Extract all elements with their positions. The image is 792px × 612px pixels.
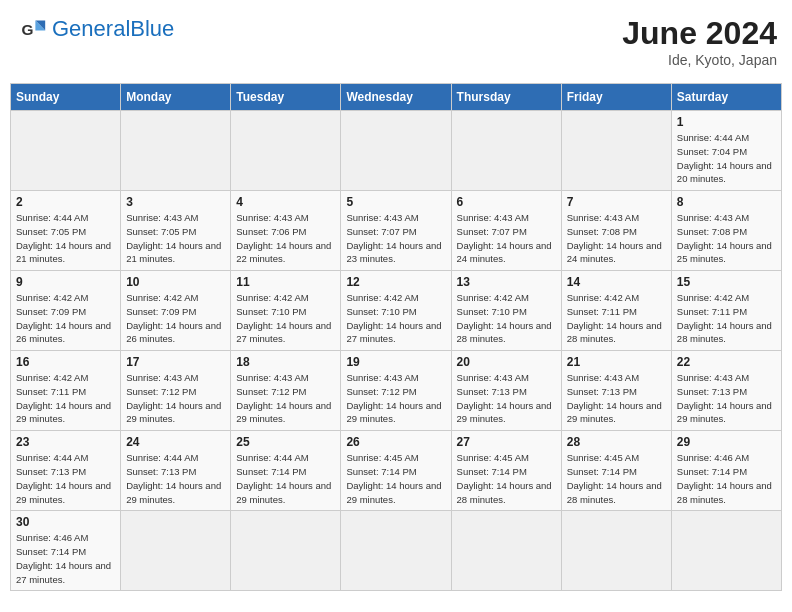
day-info: Sunrise: 4:44 AM Sunset: 7:13 PM Dayligh… (16, 451, 115, 506)
calendar-cell (451, 111, 561, 191)
svg-text:G: G (21, 21, 33, 38)
day-number: 13 (457, 275, 556, 289)
calendar-cell: 3Sunrise: 4:43 AM Sunset: 7:05 PM Daylig… (121, 191, 231, 271)
calendar-cell (341, 111, 451, 191)
calendar-cell (11, 111, 121, 191)
calendar-cell (231, 511, 341, 591)
logo-general: General (52, 16, 130, 41)
day-info: Sunrise: 4:42 AM Sunset: 7:10 PM Dayligh… (236, 291, 335, 346)
day-info: Sunrise: 4:43 AM Sunset: 7:08 PM Dayligh… (677, 211, 776, 266)
calendar-cell: 28Sunrise: 4:45 AM Sunset: 7:14 PM Dayli… (561, 431, 671, 511)
calendar-cell: 5Sunrise: 4:43 AM Sunset: 7:07 PM Daylig… (341, 191, 451, 271)
day-number: 2 (16, 195, 115, 209)
calendar-table: SundayMondayTuesdayWednesdayThursdayFrid… (10, 83, 782, 591)
day-info: Sunrise: 4:42 AM Sunset: 7:09 PM Dayligh… (16, 291, 115, 346)
day-info: Sunrise: 4:45 AM Sunset: 7:14 PM Dayligh… (346, 451, 445, 506)
col-header-tuesday: Tuesday (231, 84, 341, 111)
calendar-cell: 25Sunrise: 4:44 AM Sunset: 7:14 PM Dayli… (231, 431, 341, 511)
day-number: 14 (567, 275, 666, 289)
logo-icon: G (20, 15, 48, 43)
title-block: June 2024 Ide, Kyoto, Japan (622, 15, 777, 68)
calendar-cell: 27Sunrise: 4:45 AM Sunset: 7:14 PM Dayli… (451, 431, 561, 511)
day-info: Sunrise: 4:43 AM Sunset: 7:13 PM Dayligh… (457, 371, 556, 426)
calendar-cell: 8Sunrise: 4:43 AM Sunset: 7:08 PM Daylig… (671, 191, 781, 271)
location: Ide, Kyoto, Japan (622, 52, 777, 68)
day-number: 27 (457, 435, 556, 449)
day-number: 11 (236, 275, 335, 289)
calendar-cell: 18Sunrise: 4:43 AM Sunset: 7:12 PM Dayli… (231, 351, 341, 431)
day-info: Sunrise: 4:42 AM Sunset: 7:10 PM Dayligh… (457, 291, 556, 346)
day-number: 15 (677, 275, 776, 289)
calendar-cell: 9Sunrise: 4:42 AM Sunset: 7:09 PM Daylig… (11, 271, 121, 351)
day-info: Sunrise: 4:44 AM Sunset: 7:04 PM Dayligh… (677, 131, 776, 186)
day-info: Sunrise: 4:42 AM Sunset: 7:09 PM Dayligh… (126, 291, 225, 346)
calendar-cell (341, 511, 451, 591)
col-header-saturday: Saturday (671, 84, 781, 111)
calendar-cell: 17Sunrise: 4:43 AM Sunset: 7:12 PM Dayli… (121, 351, 231, 431)
day-info: Sunrise: 4:43 AM Sunset: 7:12 PM Dayligh… (236, 371, 335, 426)
day-info: Sunrise: 4:43 AM Sunset: 7:13 PM Dayligh… (567, 371, 666, 426)
day-number: 28 (567, 435, 666, 449)
calendar-cell: 24Sunrise: 4:44 AM Sunset: 7:13 PM Dayli… (121, 431, 231, 511)
day-number: 22 (677, 355, 776, 369)
day-number: 23 (16, 435, 115, 449)
day-number: 4 (236, 195, 335, 209)
day-number: 6 (457, 195, 556, 209)
day-number: 25 (236, 435, 335, 449)
logo-text: GeneralBlue (52, 18, 174, 40)
calendar-cell (121, 511, 231, 591)
day-info: Sunrise: 4:43 AM Sunset: 7:07 PM Dayligh… (346, 211, 445, 266)
calendar-cell: 1Sunrise: 4:44 AM Sunset: 7:04 PM Daylig… (671, 111, 781, 191)
day-info: Sunrise: 4:43 AM Sunset: 7:06 PM Dayligh… (236, 211, 335, 266)
calendar-cell: 7Sunrise: 4:43 AM Sunset: 7:08 PM Daylig… (561, 191, 671, 271)
col-header-friday: Friday (561, 84, 671, 111)
calendar-cell: 2Sunrise: 4:44 AM Sunset: 7:05 PM Daylig… (11, 191, 121, 271)
calendar-cell: 21Sunrise: 4:43 AM Sunset: 7:13 PM Dayli… (561, 351, 671, 431)
day-info: Sunrise: 4:43 AM Sunset: 7:08 PM Dayligh… (567, 211, 666, 266)
calendar-cell (561, 111, 671, 191)
day-number: 7 (567, 195, 666, 209)
day-info: Sunrise: 4:46 AM Sunset: 7:14 PM Dayligh… (16, 531, 115, 586)
page-header: G GeneralBlue June 2024 Ide, Kyoto, Japa… (10, 10, 782, 73)
calendar-cell (561, 511, 671, 591)
logo: G GeneralBlue (20, 15, 174, 43)
day-info: Sunrise: 4:45 AM Sunset: 7:14 PM Dayligh… (457, 451, 556, 506)
day-number: 19 (346, 355, 445, 369)
day-number: 29 (677, 435, 776, 449)
calendar-cell: 11Sunrise: 4:42 AM Sunset: 7:10 PM Dayli… (231, 271, 341, 351)
day-number: 20 (457, 355, 556, 369)
day-number: 16 (16, 355, 115, 369)
calendar-cell: 6Sunrise: 4:43 AM Sunset: 7:07 PM Daylig… (451, 191, 561, 271)
day-info: Sunrise: 4:42 AM Sunset: 7:11 PM Dayligh… (677, 291, 776, 346)
day-number: 17 (126, 355, 225, 369)
day-number: 24 (126, 435, 225, 449)
day-number: 12 (346, 275, 445, 289)
day-info: Sunrise: 4:44 AM Sunset: 7:13 PM Dayligh… (126, 451, 225, 506)
day-number: 9 (16, 275, 115, 289)
day-number: 8 (677, 195, 776, 209)
day-info: Sunrise: 4:44 AM Sunset: 7:14 PM Dayligh… (236, 451, 335, 506)
calendar-cell: 23Sunrise: 4:44 AM Sunset: 7:13 PM Dayli… (11, 431, 121, 511)
day-info: Sunrise: 4:43 AM Sunset: 7:05 PM Dayligh… (126, 211, 225, 266)
day-number: 26 (346, 435, 445, 449)
day-number: 10 (126, 275, 225, 289)
calendar-cell (121, 111, 231, 191)
day-number: 18 (236, 355, 335, 369)
calendar-cell: 22Sunrise: 4:43 AM Sunset: 7:13 PM Dayli… (671, 351, 781, 431)
calendar-cell: 12Sunrise: 4:42 AM Sunset: 7:10 PM Dayli… (341, 271, 451, 351)
col-header-sunday: Sunday (11, 84, 121, 111)
calendar-cell: 20Sunrise: 4:43 AM Sunset: 7:13 PM Dayli… (451, 351, 561, 431)
calendar-cell: 4Sunrise: 4:43 AM Sunset: 7:06 PM Daylig… (231, 191, 341, 271)
month-year: June 2024 (622, 15, 777, 52)
day-info: Sunrise: 4:42 AM Sunset: 7:11 PM Dayligh… (567, 291, 666, 346)
calendar-cell (231, 111, 341, 191)
day-info: Sunrise: 4:43 AM Sunset: 7:13 PM Dayligh… (677, 371, 776, 426)
calendar-cell: 10Sunrise: 4:42 AM Sunset: 7:09 PM Dayli… (121, 271, 231, 351)
logo-blue: Blue (130, 16, 174, 41)
calendar-cell: 14Sunrise: 4:42 AM Sunset: 7:11 PM Dayli… (561, 271, 671, 351)
day-info: Sunrise: 4:45 AM Sunset: 7:14 PM Dayligh… (567, 451, 666, 506)
calendar-cell: 19Sunrise: 4:43 AM Sunset: 7:12 PM Dayli… (341, 351, 451, 431)
day-number: 30 (16, 515, 115, 529)
col-header-wednesday: Wednesday (341, 84, 451, 111)
calendar-cell: 15Sunrise: 4:42 AM Sunset: 7:11 PM Dayli… (671, 271, 781, 351)
